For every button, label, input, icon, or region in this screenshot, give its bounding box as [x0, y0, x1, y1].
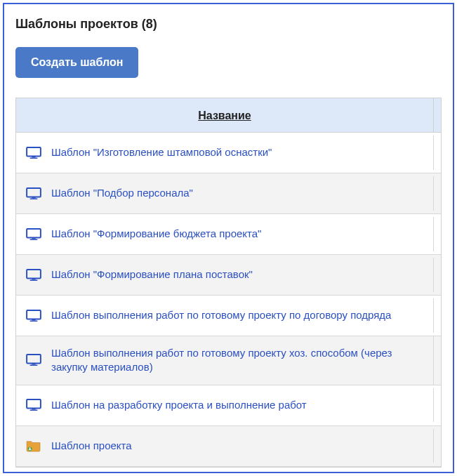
monitor-icon: [26, 399, 41, 411]
svg-point-22: [29, 447, 31, 449]
table-body: Шаблон "Изготовление штамповой оснастки"…: [16, 133, 441, 467]
templates-table: Название Шаблон "Изготовление штамповой …: [15, 98, 442, 468]
monitor-icon: [26, 187, 41, 200]
table-cell-name: Шаблон "Изготовление штамповой оснастки": [16, 135, 434, 169]
monitor-icon: [26, 354, 41, 366]
svg-rect-0: [27, 147, 41, 156]
table-row[interactable]: Шаблон выполнения работ по готовому прое…: [16, 336, 441, 385]
svg-rect-17: [30, 365, 38, 366]
table-row[interactable]: Шаблон проекта: [16, 426, 441, 467]
table-header: Название: [16, 98, 441, 133]
column-header-actions: [434, 98, 441, 132]
monitor-icon: [26, 187, 41, 200]
column-header-name[interactable]: Название: [16, 98, 434, 132]
svg-rect-20: [30, 409, 38, 411]
monitor-icon: [26, 228, 41, 241]
svg-rect-2: [30, 157, 38, 159]
template-link[interactable]: Шаблон выполнения работ по готовому прое…: [51, 308, 391, 322]
template-link[interactable]: Шаблон "Изготовление штамповой оснастки": [51, 145, 272, 159]
template-link[interactable]: Шаблон "Формирование бюджета проекта": [51, 227, 261, 241]
table-cell-name: Шаблон выполнения работ по готовому прое…: [16, 298, 434, 332]
folder-user-icon: [26, 439, 41, 452]
template-link[interactable]: Шаблон выполнения работ по готовому прое…: [51, 346, 423, 375]
table-cell-name: Шаблон "Подбор персонала": [16, 176, 434, 210]
table-cell-name: Шаблон на разработку проекта и выполнени…: [16, 388, 434, 422]
template-link[interactable]: Шаблон "Формирование плана поставок": [51, 267, 253, 282]
table-row[interactable]: Шаблон выполнения работ по готовому прое…: [16, 296, 441, 336]
folder-user-icon: [26, 439, 41, 452]
svg-rect-3: [27, 187, 41, 197]
svg-rect-10: [32, 278, 35, 279]
monitor-icon: [26, 269, 41, 282]
svg-rect-12: [27, 310, 41, 319]
svg-rect-19: [32, 409, 35, 410]
svg-rect-7: [32, 237, 35, 239]
monitor-icon: [26, 269, 41, 282]
svg-rect-16: [32, 364, 35, 365]
table-row[interactable]: Шаблон на разработку проекта и выполнени…: [16, 385, 441, 426]
svg-rect-1: [32, 156, 35, 157]
svg-rect-5: [30, 198, 38, 199]
svg-rect-13: [32, 319, 35, 320]
template-link[interactable]: Шаблон на разработку проекта и выполнени…: [51, 398, 307, 412]
table-cell-name: Шаблон проекта: [16, 429, 434, 463]
svg-rect-9: [27, 269, 41, 278]
table-row[interactable]: Шаблон "Формирование плана поставок": [16, 255, 441, 296]
table-row[interactable]: Шаблон "Формирование бюджета проекта": [16, 214, 441, 255]
template-link[interactable]: Шаблон проекта: [51, 439, 132, 453]
svg-rect-18: [27, 399, 41, 409]
monitor-icon: [26, 399, 41, 411]
monitor-icon: [26, 147, 41, 159]
table-cell-name: Шаблон выполнения работ по готовому прое…: [16, 336, 434, 385]
svg-rect-15: [27, 355, 41, 364]
monitor-icon: [26, 310, 41, 322]
monitor-icon: [26, 147, 41, 159]
svg-rect-4: [32, 197, 35, 198]
monitor-icon: [26, 310, 41, 322]
page-title: Шаблоны проектов (8): [15, 17, 442, 32]
table-row[interactable]: Шаблон "Изготовление штамповой оснастки": [16, 133, 441, 173]
svg-rect-14: [30, 320, 38, 322]
svg-rect-8: [30, 239, 38, 240]
svg-rect-11: [30, 279, 38, 281]
table-cell-name: Шаблон "Формирование плана поставок": [16, 258, 434, 291]
create-template-button[interactable]: Создать шаблон: [15, 47, 138, 78]
table-row[interactable]: Шаблон "Подбор персонала": [16, 173, 441, 214]
monitor-icon: [26, 354, 41, 366]
svg-rect-6: [27, 228, 41, 237]
monitor-icon: [26, 228, 41, 241]
template-link[interactable]: Шаблон "Подбор персонала": [51, 186, 193, 200]
table-cell-name: Шаблон "Формирование бюджета проекта": [16, 217, 434, 251]
templates-panel: Шаблоны проектов (8) Создать шаблон Назв…: [3, 3, 454, 473]
